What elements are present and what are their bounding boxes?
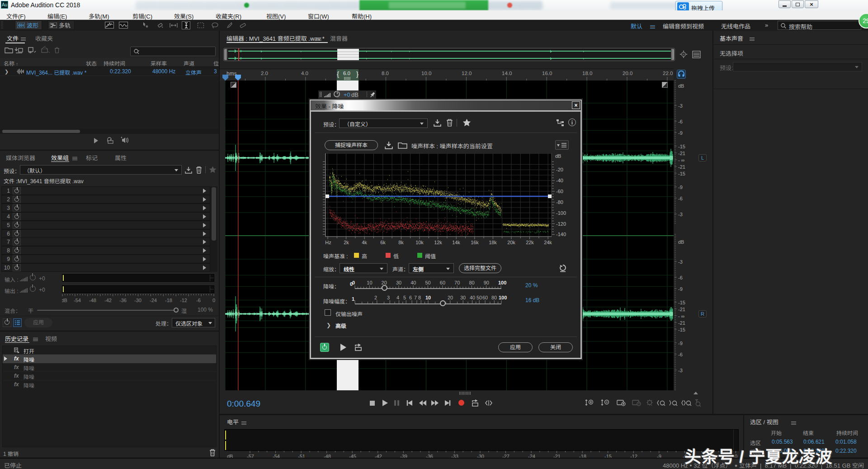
svg-text:-120: -120 (556, 221, 566, 227)
svg-text:16k: 16k (471, 240, 479, 245)
svg-text:0: 0 (212, 298, 215, 303)
svg-text:6k: 6k (380, 240, 386, 245)
svg-text:-100: -100 (556, 210, 566, 216)
svg-text:10k: 10k (415, 240, 424, 245)
svg-text:-60: -60 (556, 189, 563, 194)
svg-text:dB: dB (555, 153, 561, 159)
svg-text:-140: -140 (556, 232, 566, 237)
svg-text:-12: -12 (180, 298, 187, 303)
svg-text:-42: -42 (104, 298, 112, 303)
svg-text:-30: -30 (134, 298, 142, 303)
svg-text:-20: -20 (556, 167, 563, 172)
svg-text:-6: -6 (196, 298, 201, 303)
svg-text:-80: -80 (556, 199, 563, 205)
svg-text:-54: -54 (74, 298, 81, 303)
svg-text:-48: -48 (89, 298, 96, 303)
svg-text:22k: 22k (526, 240, 534, 245)
svg-text:12k: 12k (434, 240, 442, 245)
svg-text:4k: 4k (362, 240, 367, 245)
svg-text:-36: -36 (119, 298, 127, 303)
svg-text:18k: 18k (489, 240, 497, 245)
svg-text:-18: -18 (165, 298, 172, 303)
svg-text:8k: 8k (398, 240, 404, 245)
svg-text:dB: dB (62, 298, 67, 303)
svg-text:2k: 2k (344, 240, 349, 245)
svg-text:-40: -40 (556, 178, 563, 183)
svg-text:-24: -24 (150, 298, 157, 303)
svg-text:24k: 24k (544, 240, 552, 245)
svg-text:20k: 20k (507, 240, 515, 245)
svg-text:Hz: Hz (325, 240, 331, 245)
svg-text:14k: 14k (452, 240, 460, 245)
